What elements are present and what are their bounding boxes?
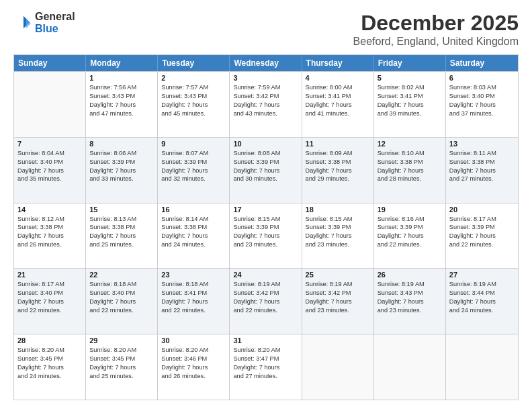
day-number: 28 — [17, 336, 82, 345]
cal-cell-12: 12Sunrise: 8:10 AMSunset: 3:38 PMDayligh… — [374, 138, 446, 203]
day-info: Sunrise: 8:13 AMSunset: 3:38 PMDaylight:… — [89, 215, 154, 250]
cal-cell-20: 20Sunrise: 8:17 AMSunset: 3:39 PMDayligh… — [446, 203, 518, 269]
day-number: 7 — [17, 140, 82, 148]
logo-text: General Blue — [35, 11, 75, 36]
cal-cell-22: 22Sunrise: 8:18 AMSunset: 3:40 PMDayligh… — [86, 269, 158, 334]
day-info: Sunrise: 7:57 AMSunset: 3:43 PMDaylight:… — [161, 83, 226, 118]
day-info: Sunrise: 8:04 AMSunset: 3:40 PMDaylight:… — [17, 149, 82, 184]
day-number: 6 — [449, 74, 515, 82]
cal-cell-8: 8Sunrise: 8:06 AMSunset: 3:39 PMDaylight… — [86, 138, 158, 203]
cal-week-1: 1Sunrise: 7:56 AMSunset: 3:43 PMDaylight… — [14, 71, 518, 137]
cal-cell-14: 14Sunrise: 8:12 AMSunset: 3:38 PMDayligh… — [14, 203, 86, 269]
logo-icon — [13, 13, 32, 32]
cal-cell-5: 5Sunrise: 8:02 AMSunset: 3:41 PMDaylight… — [374, 72, 446, 137]
cal-header-saturday: Saturday — [446, 55, 518, 71]
day-number: 23 — [161, 271, 226, 279]
day-info: Sunrise: 8:17 AMSunset: 3:40 PMDaylight:… — [17, 280, 82, 315]
day-info: Sunrise: 8:00 AMSunset: 3:41 PMDaylight:… — [306, 83, 370, 118]
day-info: Sunrise: 8:17 AMSunset: 3:39 PMDaylight:… — [449, 215, 515, 250]
day-number: 5 — [378, 74, 442, 82]
cal-header-sunday: Sunday — [14, 55, 86, 71]
cal-cell-10: 10Sunrise: 8:08 AMSunset: 3:39 PMDayligh… — [230, 138, 302, 203]
day-number: 8 — [89, 140, 154, 148]
day-info: Sunrise: 8:14 AMSunset: 3:38 PMDaylight:… — [161, 215, 226, 250]
cal-cell-26: 26Sunrise: 8:19 AMSunset: 3:43 PMDayligh… — [374, 269, 446, 334]
cal-cell-13: 13Sunrise: 8:11 AMSunset: 3:38 PMDayligh… — [446, 138, 518, 203]
day-number: 10 — [233, 140, 298, 148]
day-number: 17 — [233, 205, 298, 214]
cal-cell-4: 4Sunrise: 8:00 AMSunset: 3:41 PMDaylight… — [302, 72, 374, 137]
cal-week-5: 28Sunrise: 8:20 AMSunset: 3:45 PMDayligh… — [14, 334, 518, 400]
day-number: 30 — [161, 336, 226, 345]
day-number: 1 — [89, 74, 154, 82]
cal-cell-empty — [446, 334, 518, 400]
day-info: Sunrise: 8:19 AMSunset: 3:43 PMDaylight:… — [378, 280, 442, 315]
calendar-page: General Blue December 2025 Beeford, Engl… — [0, 0, 532, 411]
cal-week-4: 21Sunrise: 8:17 AMSunset: 3:40 PMDayligh… — [14, 268, 518, 334]
day-info: Sunrise: 8:07 AMSunset: 3:39 PMDaylight:… — [161, 149, 226, 184]
cal-cell-7: 7Sunrise: 8:04 AMSunset: 3:40 PMDaylight… — [14, 138, 86, 203]
cal-cell-24: 24Sunrise: 8:19 AMSunset: 3:42 PMDayligh… — [230, 269, 302, 334]
cal-header-monday: Monday — [86, 55, 158, 71]
day-number: 11 — [306, 140, 370, 148]
cal-cell-17: 17Sunrise: 8:15 AMSunset: 3:39 PMDayligh… — [230, 203, 302, 269]
day-number: 16 — [161, 205, 226, 214]
day-info: Sunrise: 8:19 AMSunset: 3:42 PMDaylight:… — [306, 280, 370, 315]
cal-header-tuesday: Tuesday — [158, 55, 230, 71]
day-info: Sunrise: 8:12 AMSunset: 3:38 PMDaylight:… — [17, 215, 82, 250]
day-info: Sunrise: 8:11 AMSunset: 3:38 PMDaylight:… — [449, 149, 515, 184]
cal-cell-27: 27Sunrise: 8:19 AMSunset: 3:44 PMDayligh… — [446, 269, 518, 334]
cal-cell-2: 2Sunrise: 7:57 AMSunset: 3:43 PMDaylight… — [158, 72, 230, 137]
cal-cell-3: 3Sunrise: 7:59 AMSunset: 3:42 PMDaylight… — [230, 72, 302, 137]
day-number: 26 — [378, 271, 442, 279]
cal-cell-19: 19Sunrise: 8:16 AMSunset: 3:39 PMDayligh… — [374, 203, 446, 269]
cal-cell-15: 15Sunrise: 8:13 AMSunset: 3:38 PMDayligh… — [86, 203, 158, 269]
page-header: General Blue December 2025 Beeford, Engl… — [13, 11, 519, 48]
cal-cell-1: 1Sunrise: 7:56 AMSunset: 3:43 PMDaylight… — [86, 72, 158, 137]
cal-cell-empty — [374, 334, 446, 400]
logo: General Blue — [13, 11, 75, 36]
day-info: Sunrise: 8:20 AMSunset: 3:46 PMDaylight:… — [161, 346, 226, 381]
day-info: Sunrise: 8:19 AMSunset: 3:42 PMDaylight:… — [233, 280, 298, 315]
svg-marker-1 — [26, 19, 31, 29]
day-info: Sunrise: 8:03 AMSunset: 3:40 PMDaylight:… — [449, 83, 515, 118]
cal-cell-11: 11Sunrise: 8:09 AMSunset: 3:38 PMDayligh… — [302, 138, 374, 203]
day-info: Sunrise: 8:16 AMSunset: 3:39 PMDaylight:… — [378, 215, 442, 250]
subtitle: Beeford, England, United Kingdom — [353, 36, 519, 48]
day-info: Sunrise: 8:18 AMSunset: 3:41 PMDaylight:… — [161, 280, 226, 315]
day-info: Sunrise: 8:18 AMSunset: 3:40 PMDaylight:… — [89, 280, 154, 315]
day-number: 29 — [89, 336, 154, 345]
day-number: 19 — [378, 205, 442, 214]
cal-cell-empty — [14, 72, 86, 137]
day-number: 21 — [17, 271, 82, 279]
cal-header-wednesday: Wednesday — [230, 55, 302, 71]
day-info: Sunrise: 8:15 AMSunset: 3:39 PMDaylight:… — [233, 215, 298, 250]
cal-cell-16: 16Sunrise: 8:14 AMSunset: 3:38 PMDayligh… — [158, 203, 230, 269]
main-title: December 2025 — [353, 11, 519, 36]
day-info: Sunrise: 8:19 AMSunset: 3:44 PMDaylight:… — [449, 280, 515, 315]
day-number: 22 — [89, 271, 154, 279]
day-info: Sunrise: 7:56 AMSunset: 3:43 PMDaylight:… — [89, 83, 154, 118]
day-number: 27 — [449, 271, 515, 279]
cal-header-thursday: Thursday — [302, 55, 374, 71]
cal-cell-empty — [302, 334, 374, 400]
day-number: 15 — [89, 205, 154, 214]
cal-cell-21: 21Sunrise: 8:17 AMSunset: 3:40 PMDayligh… — [14, 269, 86, 334]
calendar: SundayMondayTuesdayWednesdayThursdayFrid… — [13, 54, 519, 400]
day-info: Sunrise: 8:09 AMSunset: 3:38 PMDaylight:… — [306, 149, 370, 184]
day-info: Sunrise: 8:15 AMSunset: 3:39 PMDaylight:… — [306, 215, 370, 250]
day-number: 12 — [378, 140, 442, 148]
cal-cell-31: 31Sunrise: 8:20 AMSunset: 3:47 PMDayligh… — [230, 334, 302, 400]
day-number: 20 — [449, 205, 515, 214]
cal-cell-18: 18Sunrise: 8:15 AMSunset: 3:39 PMDayligh… — [302, 203, 374, 269]
cal-header-friday: Friday — [374, 55, 446, 71]
cal-cell-6: 6Sunrise: 8:03 AMSunset: 3:40 PMDaylight… — [446, 72, 518, 137]
day-info: Sunrise: 8:08 AMSunset: 3:39 PMDaylight:… — [233, 149, 298, 184]
day-info: Sunrise: 8:20 AMSunset: 3:47 PMDaylight:… — [233, 346, 298, 381]
day-number: 9 — [161, 140, 226, 148]
day-number: 14 — [17, 205, 82, 214]
cal-cell-25: 25Sunrise: 8:19 AMSunset: 3:42 PMDayligh… — [302, 269, 374, 334]
day-number: 31 — [233, 336, 298, 345]
day-info: Sunrise: 8:20 AMSunset: 3:45 PMDaylight:… — [89, 346, 154, 381]
day-info: Sunrise: 8:10 AMSunset: 3:38 PMDaylight:… — [378, 149, 442, 184]
